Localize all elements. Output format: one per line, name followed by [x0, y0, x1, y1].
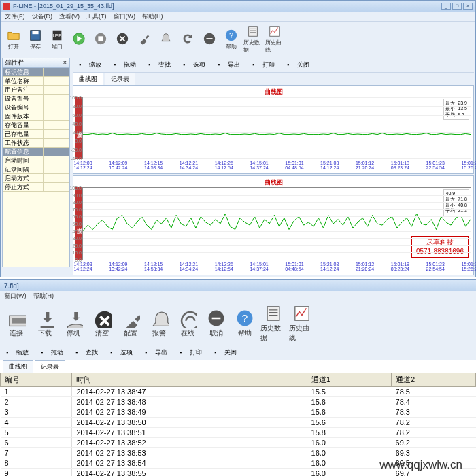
- property-row[interactable]: 记录间隔: [3, 165, 69, 174]
- refresh-icon: [180, 31, 195, 46]
- subtool-拖动[interactable]: ▪拖动: [37, 347, 67, 358]
- y-tick: 30.0: [65, 236, 82, 241]
- tools-button[interactable]: [134, 31, 154, 47]
- tab-records[interactable]: 记录表: [105, 73, 135, 85]
- x-tick: 14:12:2114:34:24: [180, 160, 198, 171]
- property-row[interactable]: 已存电量: [3, 130, 69, 139]
- subtool-打印[interactable]: ▪打印: [176, 347, 205, 358]
- table-row[interactable]: 42014-02-27 13:38:5015.678.2: [1, 418, 476, 428]
- menu-item[interactable]: 窗口(W): [4, 292, 27, 301]
- property-row[interactable]: 工作状态: [3, 139, 69, 148]
- dot-icon: ▪: [110, 349, 118, 357]
- subtool-拖动[interactable]: ▪拖动: [110, 59, 139, 71]
- tab-records-bottom[interactable]: 记录表: [35, 360, 65, 373]
- stop-machine-button[interactable]: 停机: [60, 307, 87, 339]
- subtool-选项[interactable]: ▪选项: [180, 59, 209, 71]
- history-data-button[interactable]: 历史数据: [260, 303, 287, 343]
- property-row[interactable]: 用户备注: [3, 86, 69, 95]
- table-row[interactable]: 72014-02-27 13:38:5316.069.3: [1, 448, 476, 458]
- x-tick: 14:15:0114:37:24: [250, 262, 268, 272]
- usb-button[interactable]: USB端口: [47, 27, 67, 51]
- property-row[interactable]: 固件版本: [3, 112, 69, 121]
- history-data-icon: [245, 24, 260, 39]
- alarm-button[interactable]: 报警: [146, 307, 173, 339]
- dot-icon: ▪: [41, 349, 49, 357]
- subtool-关闭[interactable]: ▪关闭: [211, 347, 240, 358]
- close-circle-button[interactable]: [112, 31, 133, 47]
- tab-curve-bottom[interactable]: 曲线图: [3, 360, 33, 373]
- config-button[interactable]: 配置: [117, 307, 144, 339]
- menu-item[interactable]: 帮助(H): [33, 292, 54, 301]
- y-tick: 10.0: [65, 250, 82, 255]
- subtool-打印[interactable]: ▪打印: [249, 59, 278, 71]
- bell-button[interactable]: [156, 31, 176, 47]
- subtool-导出[interactable]: ▪导出: [214, 59, 243, 71]
- property-row[interactable]: 停止方式: [3, 183, 69, 192]
- menu-item[interactable]: 文件(F): [5, 12, 25, 21]
- help-button[interactable]: ?帮助: [221, 27, 241, 51]
- maximize-button[interactable]: □: [452, 3, 462, 10]
- x-tick: 15:21:0314:12:24: [320, 160, 339, 171]
- property-row[interactable]: 配置信息: [3, 148, 69, 156]
- property-row[interactable]: 单位名称: [3, 77, 69, 86]
- menu-item[interactable]: 窗口(W): [114, 12, 136, 21]
- cancel-button[interactable]: [199, 31, 220, 47]
- stop-button[interactable]: [90, 31, 111, 47]
- save-icon: [28, 28, 43, 43]
- column-header[interactable]: 时间: [72, 373, 307, 387]
- history-curve-button[interactable]: 历史曲线: [288, 303, 316, 343]
- menu-item[interactable]: 工具(T): [86, 12, 107, 21]
- download-button[interactable]: 下载: [31, 307, 58, 339]
- subtool-关闭[interactable]: ▪关闭: [284, 59, 313, 71]
- property-row[interactable]: 存储容量: [3, 121, 69, 130]
- x-tick: 15:01:2322:54:54: [426, 262, 445, 272]
- save-button[interactable]: 保存: [25, 27, 46, 51]
- property-row[interactable]: 设备型号: [3, 95, 69, 103]
- history-data-button[interactable]: 历史数据: [243, 23, 263, 54]
- table-row[interactable]: 22014-02-27 13:38:4815.678.4: [1, 397, 476, 407]
- chart-2-plot[interactable]: 40.9最大: 71.8最小: 40.8平均: 21.3 尽享科技 0571-8…: [82, 187, 471, 260]
- table-row[interactable]: 32014-02-27 13:38:4915.678.3: [1, 407, 476, 418]
- property-row[interactable]: 设备编号: [3, 103, 69, 112]
- connect-icon: [6, 308, 27, 328]
- property-row[interactable]: 标识信息: [3, 68, 69, 77]
- table-row[interactable]: 52014-02-27 13:38:5115.878.2: [1, 428, 476, 438]
- tab-curve[interactable]: 曲线图: [73, 73, 103, 85]
- menu-item[interactable]: 查看(V): [59, 12, 80, 21]
- subtool-缩放[interactable]: ▪缩放: [75, 59, 105, 71]
- property-row[interactable]: 启动方式: [3, 174, 69, 183]
- close-button[interactable]: ×: [463, 3, 473, 10]
- main-content: ▪缩放▪拖动▪查找▪选项▪导出▪打印▪关闭 曲线图 记录表 曲线图 温度 最大:…: [71, 56, 475, 277]
- history-curve-button[interactable]: 历史曲线: [265, 23, 285, 54]
- table-row[interactable]: 12014-02-27 13:38:4715.578.5: [1, 387, 476, 397]
- property-row[interactable]: 启动时间: [3, 156, 69, 165]
- table-row[interactable]: 62014-02-27 13:38:5216.069.2: [1, 438, 476, 448]
- help-button[interactable]: ?帮助: [231, 307, 258, 339]
- cancel-button[interactable]: 取消: [203, 307, 230, 339]
- folder-open-button[interactable]: 打开: [3, 27, 24, 51]
- x-tick: 15:01:0104:48:54: [285, 262, 303, 272]
- titlebar[interactable]: F-LINE - [2015_01_29_15_35_43.fld] _ □ ×: [1, 1, 475, 12]
- column-header[interactable]: 通道2: [392, 373, 476, 387]
- clear-button[interactable]: 清空: [88, 307, 116, 339]
- y-tick: 50.0: [65, 222, 82, 226]
- chart-1-plot[interactable]: 最大: 23.9最小: 13.5平均: 9.2 100.080.060.040.…: [82, 97, 471, 159]
- play-button[interactable]: [69, 31, 89, 47]
- sidebar-close-icon[interactable]: ×: [63, 59, 67, 66]
- dot-icon: ▪: [180, 349, 188, 357]
- menu-item[interactable]: 设备(D): [32, 12, 53, 21]
- subtool-导出[interactable]: ▪导出: [141, 347, 171, 358]
- menu-item[interactable]: 帮助(H): [142, 12, 163, 21]
- connect-button[interactable]: 连接: [3, 307, 30, 339]
- online-button[interactable]: 在线: [174, 307, 201, 339]
- column-header[interactable]: 编号: [1, 373, 72, 387]
- subtool-缩放[interactable]: ▪缩放: [3, 347, 32, 358]
- download-icon: [35, 308, 55, 328]
- bottom-titlebar[interactable]: 7.fld]: [0, 280, 476, 291]
- refresh-button[interactable]: [177, 31, 198, 47]
- subtool-查找[interactable]: ▪查找: [145, 59, 174, 71]
- subtool-选项[interactable]: ▪选项: [107, 347, 136, 358]
- subtool-查找[interactable]: ▪查找: [72, 347, 101, 358]
- minimize-button[interactable]: _: [441, 3, 451, 10]
- column-header[interactable]: 通道1: [307, 373, 392, 387]
